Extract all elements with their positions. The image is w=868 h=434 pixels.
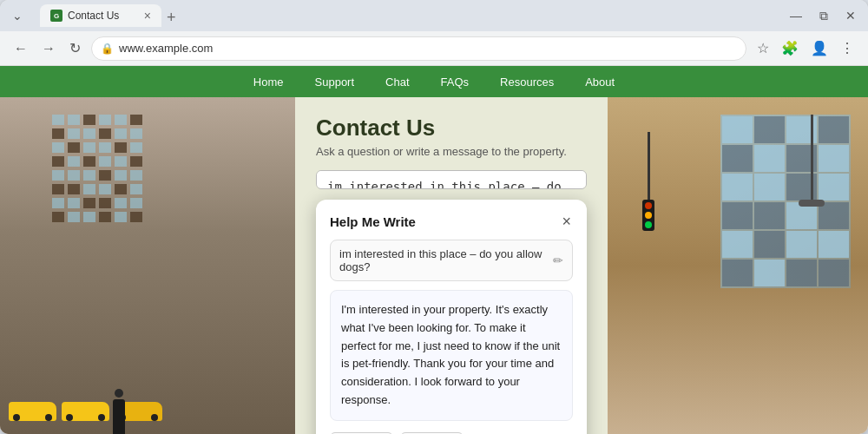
title-bar: ⌄ G Contact Us × + — ⧉ ✕ bbox=[0, 0, 868, 31]
extensions-icon[interactable]: 🧩 bbox=[778, 36, 802, 60]
form-area: Contact Us Ask a question or write a mes… bbox=[295, 97, 608, 434]
bookmark-icon[interactable]: ☆ bbox=[753, 36, 773, 60]
address-bar: ← → ↻ 🔒 www.example.com ☆ 🧩 👤 ⋮ bbox=[0, 31, 868, 66]
tab-favicon: G bbox=[50, 10, 62, 22]
nav-chat[interactable]: Chat bbox=[382, 74, 412, 90]
nav-home[interactable]: Home bbox=[250, 74, 287, 90]
tab-area: G Contact Us × + bbox=[33, 4, 779, 27]
hmw-input-row: im interested in this place – do you all… bbox=[330, 240, 573, 281]
refresh-button[interactable]: ↻ bbox=[66, 36, 84, 60]
forward-button[interactable]: → bbox=[38, 37, 59, 60]
nav-resources[interactable]: Resources bbox=[496, 74, 557, 90]
page-content: Contact Us Ask a question or write a mes… bbox=[0, 97, 868, 434]
hmw-close-button[interactable]: × bbox=[560, 214, 573, 229]
dropdown-button[interactable]: ⌄ bbox=[7, 7, 28, 24]
new-tab-button[interactable]: + bbox=[161, 9, 181, 27]
hmw-input-text: im interested in this place – do you all… bbox=[339, 247, 553, 273]
address-actions: ☆ 🧩 👤 ⋮ bbox=[753, 36, 858, 60]
window-controls: — ⧉ ✕ bbox=[785, 7, 861, 25]
help-me-write-popup: Help Me Write × im interested in this pl… bbox=[316, 200, 587, 434]
more-options-icon[interactable]: ⋮ bbox=[837, 36, 858, 60]
nav-about[interactable]: About bbox=[582, 74, 618, 90]
hmw-output-text: I'm interested in your property. It's ex… bbox=[330, 290, 573, 421]
maximize-button[interactable]: ⧉ bbox=[814, 7, 833, 25]
message-input[interactable] bbox=[316, 170, 587, 189]
active-tab[interactable]: G Contact Us × bbox=[40, 4, 161, 27]
glass-windows bbox=[720, 115, 851, 288]
url-text: www.example.com bbox=[119, 42, 213, 55]
building-windows bbox=[52, 115, 142, 222]
back-button[interactable]: ← bbox=[10, 37, 31, 60]
hmw-header: Help Me Write × bbox=[330, 214, 573, 229]
nav-support[interactable]: Support bbox=[312, 74, 358, 90]
tab-close-button[interactable]: × bbox=[144, 10, 151, 22]
page-subtitle: Ask a question or write a message to the… bbox=[316, 145, 587, 158]
edit-icon[interactable]: ✏ bbox=[553, 253, 563, 267]
tab-title: Contact Us bbox=[68, 10, 119, 22]
minimize-button[interactable]: — bbox=[785, 7, 807, 24]
building-left bbox=[0, 97, 295, 434]
bg-left bbox=[0, 97, 295, 434]
browser-frame: ⌄ G Contact Us × + — ⧉ ✕ ← → ↻ 🔒 www.exa… bbox=[0, 0, 868, 434]
url-bar[interactable]: 🔒 www.example.com bbox=[91, 36, 746, 61]
close-button[interactable]: ✕ bbox=[840, 7, 861, 24]
bg-right bbox=[608, 97, 868, 434]
hmw-title: Help Me Write bbox=[330, 214, 416, 229]
nav-faqs[interactable]: FAQs bbox=[437, 74, 473, 90]
lock-icon: 🔒 bbox=[101, 43, 114, 55]
nav-bar: Home Support Chat FAQs Resources About bbox=[0, 66, 868, 97]
building-right bbox=[608, 97, 868, 434]
page-title: Contact Us bbox=[316, 115, 587, 141]
title-bar-left: ⌄ bbox=[7, 7, 28, 24]
profile-icon[interactable]: 👤 bbox=[807, 36, 832, 60]
